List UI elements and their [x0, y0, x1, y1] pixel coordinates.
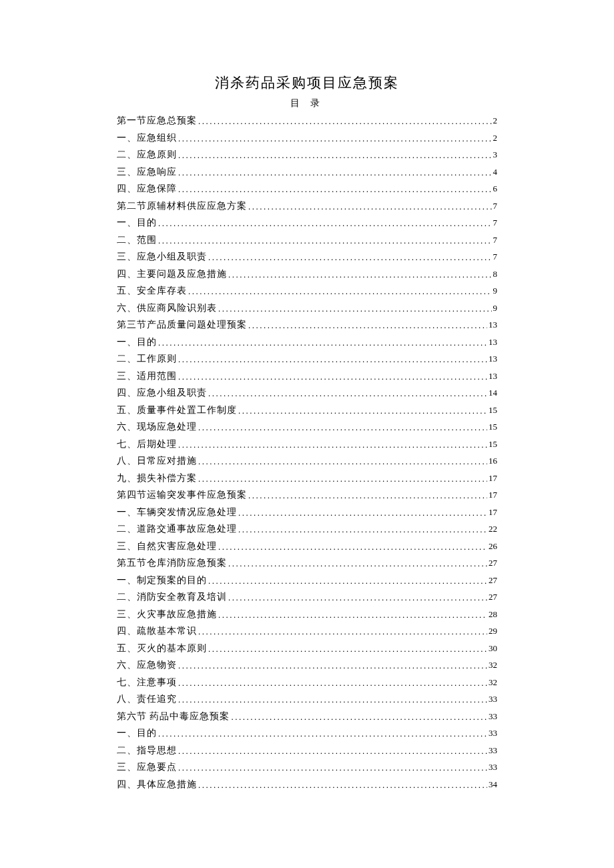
toc-item: 二、应急原则3 — [117, 150, 497, 167]
toc-leader-dots — [198, 457, 487, 466]
toc-item-text: 第二节原辅材料供应应急方案 — [117, 201, 247, 211]
toc-leader-dots — [158, 338, 487, 347]
toc-item-page: 32 — [489, 678, 497, 687]
toc-leader-dots — [198, 627, 487, 636]
toc-leader-dots — [231, 713, 487, 721]
toc-item: 第三节产品质量问题处理预案13 — [117, 320, 497, 338]
toc-item-text: 一、应急组织 — [117, 133, 177, 143]
toc-leader-dots — [228, 559, 487, 568]
toc-leader-dots — [218, 542, 487, 551]
toc-item-page: 13 — [489, 320, 497, 329]
toc-item-page: 30 — [489, 644, 497, 653]
toc-item-text: 四、疏散基本常识 — [117, 626, 197, 636]
toc-item: 二、范围7 — [117, 236, 497, 253]
toc-leader-dots — [158, 219, 492, 228]
toc-leader-dots — [208, 644, 487, 653]
toc-leader-dots — [238, 406, 487, 415]
toc-item-text: 一、目的 — [117, 338, 157, 347]
toc-item: 三、火灾事故应急措施28 — [117, 610, 497, 627]
toc-leader-dots — [238, 508, 487, 517]
toc-item-page: 6 — [493, 184, 498, 193]
toc-item-page: 17 — [489, 490, 497, 499]
toc-item: 第四节运输突发事件应急预案17 — [117, 490, 497, 508]
toc-item-page: 29 — [489, 626, 497, 635]
toc-item: 二、消防安全教育及培训27 — [117, 592, 497, 610]
toc-leader-dots — [228, 270, 492, 279]
toc-item: 七、注意事项32 — [117, 678, 497, 695]
toc-item: 一、目的7 — [117, 218, 497, 236]
toc-item: 二、工作原则13 — [117, 354, 497, 372]
toc-leader-dots — [178, 372, 487, 381]
toc-item-text: 三、应急小组及职责 — [117, 252, 207, 262]
toc-item-page: 33 — [489, 746, 497, 755]
toc-item: 三、应急要点33 — [117, 763, 497, 780]
toc-leader-dots — [228, 593, 487, 602]
toc-item-page: 7 — [493, 252, 498, 261]
toc-item-page: 7 — [493, 201, 498, 210]
toc-leader-dots — [198, 423, 487, 432]
toc-leader-dots — [208, 576, 487, 585]
toc-item-page: 13 — [489, 354, 497, 363]
toc-item-page: 2 — [493, 133, 498, 142]
toc-item: 五、安全库存表9 — [117, 286, 497, 304]
toc-item-page: 4 — [493, 167, 498, 176]
toc-item: 三、自然灾害应急处理26 — [117, 542, 497, 559]
toc-item: 第五节仓库消防应急预案27 — [117, 558, 497, 576]
toc-item-text: 第五节仓库消防应急预案 — [117, 558, 227, 568]
toc-item-page: 33 — [489, 763, 497, 771]
toc-item-page: 3 — [493, 150, 498, 159]
toc-item-text: 八、责任追究 — [117, 695, 177, 704]
toc-leader-dots — [218, 304, 492, 313]
toc-item-text: 第一节应急总预案 — [117, 116, 197, 125]
toc-item-text: 六、现场应急处理 — [117, 422, 197, 432]
document-title: 消杀药品采购项目应急预案 — [117, 73, 497, 92]
toc-item-text: 三、应急要点 — [117, 763, 177, 772]
toc-leader-dots — [178, 661, 487, 670]
toc-leader-dots — [248, 491, 487, 500]
toc-item-page: 7 — [493, 218, 498, 227]
toc-item-page: 17 — [489, 474, 497, 482]
toc-leader-dots — [198, 474, 487, 483]
toc-item-page: 8 — [493, 270, 498, 278]
toc-item-page: 17 — [489, 508, 497, 516]
toc-item: 第二节原辅材料供应应急方案7 — [117, 201, 497, 219]
toc-item-page: 15 — [489, 422, 497, 431]
toc-item-text: 八、日常应对措施 — [117, 456, 197, 466]
toc-leader-dots — [188, 287, 492, 296]
toc-item-page: 15 — [489, 440, 497, 448]
toc-item-text: 四、主要问题及应急措施 — [117, 270, 227, 279]
toc-item: 四、主要问题及应急措施8 — [117, 270, 497, 287]
toc-item-page: 22 — [489, 524, 497, 533]
toc-item-text: 二、工作原则 — [117, 354, 177, 364]
toc-item-page: 9 — [493, 304, 498, 312]
toc-item: 一、制定预案的目的27 — [117, 576, 497, 593]
toc-item-page: 7 — [493, 236, 498, 244]
toc-leader-dots — [208, 253, 492, 262]
toc-item: 八、日常应对措施16 — [117, 456, 497, 474]
toc-item: 三、适用范围13 — [117, 372, 497, 389]
toc-item-text: 五、灭火的基本原则 — [117, 644, 207, 653]
toc-item-text: 三、火灾事故应急措施 — [117, 610, 217, 619]
toc-leader-dots — [238, 525, 487, 534]
toc-leader-dots — [248, 202, 492, 211]
toc-item-page: 27 — [489, 576, 497, 584]
toc-item-text: 五、安全库存表 — [117, 286, 187, 296]
toc-item-text: 第四节运输突发事件应急预案 — [117, 490, 247, 500]
toc-leader-dots — [178, 185, 492, 193]
toc-item-page: 33 — [489, 695, 497, 703]
toc-item: 第一节应急总预案2 — [117, 116, 497, 133]
toc-item-text: 三、自然灾害应急处理 — [117, 542, 217, 551]
toc-item-page: 15 — [489, 406, 497, 414]
toc-item-text: 二、范围 — [117, 236, 157, 245]
toc-item-page: 33 — [489, 729, 497, 737]
toc-leader-dots — [178, 763, 487, 772]
toc-item-text: 七、后期处理 — [117, 440, 177, 449]
toc-item-page: 13 — [489, 372, 497, 380]
toc-leader-dots — [198, 781, 487, 789]
toc-leader-dots — [178, 168, 492, 177]
toc-leader-dots — [178, 747, 487, 755]
toc-item-text: 四、应急保障 — [117, 184, 177, 193]
toc-item: 九、损失补偿方案17 — [117, 474, 497, 491]
toc-item: 八、责任追究33 — [117, 695, 497, 712]
toc-item: 二、道路交通事故应急处理22 — [117, 524, 497, 542]
